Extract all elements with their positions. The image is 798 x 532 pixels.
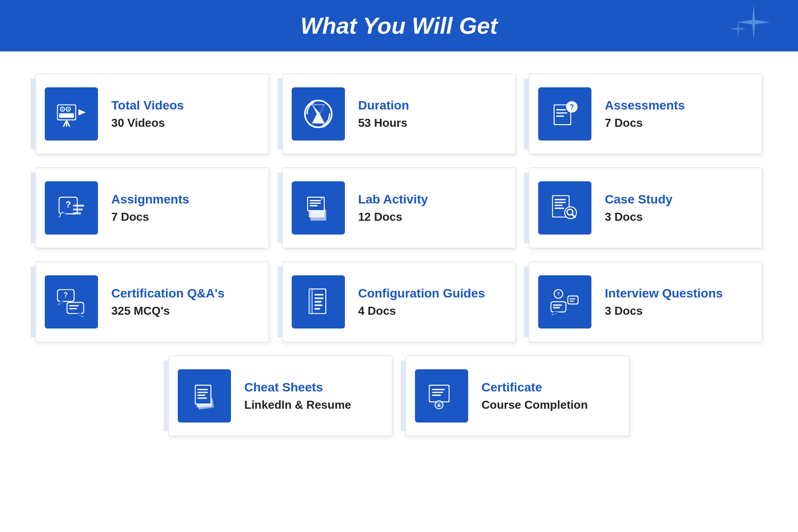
svg-rect-67 (314, 305, 322, 306)
certificate-icon (415, 369, 468, 422)
guides-icon (292, 275, 345, 329)
cheat-sheets-content: Cheat Sheets LinkedIn & Resume (244, 380, 351, 412)
svg-rect-65 (314, 297, 323, 299)
casestudy-icon (538, 181, 591, 235)
card-lab-activity: Lab Activity 12 Docs (282, 168, 516, 248)
svg-text:?: ? (570, 103, 574, 111)
card-assessments: ? Assessments 7 Docs (529, 74, 763, 154)
svg-rect-92 (432, 389, 445, 390)
video-icon (45, 87, 98, 141)
certification-qna-value: 325 MCQ's (111, 304, 225, 318)
page-title: What You Will Get (301, 13, 497, 39)
total-videos-value: 30 Videos (111, 116, 184, 130)
card-interview-questions: ? Interview Questions 3 Docs (529, 262, 763, 342)
bottom-grid: Cheat Sheets LinkedIn & Resume (0, 356, 798, 458)
assessment-icon: ? (538, 87, 591, 141)
case-study-value: 3 Docs (605, 210, 673, 224)
clock-icon (292, 87, 345, 141)
assessments-value: 7 Docs (605, 116, 685, 130)
svg-rect-19 (556, 112, 567, 113)
svg-rect-41 (555, 199, 566, 200)
svg-rect-35 (309, 200, 321, 201)
main-grid: Total Videos 30 Videos Dura (0, 51, 798, 356)
svg-rect-68 (314, 308, 320, 310)
interview-questions-title: Interview Questions (605, 286, 723, 301)
card-total-videos: Total Videos 30 Videos (35, 74, 269, 154)
certification-qna-title: Certification Q&A's (111, 286, 225, 301)
svg-rect-63 (309, 289, 312, 313)
case-study-content: Case Study 3 Docs (605, 192, 673, 224)
svg-rect-73 (552, 302, 566, 312)
svg-point-4 (62, 109, 63, 110)
card-duration: Duration 53 Hours (282, 74, 516, 154)
svg-rect-79 (568, 297, 578, 304)
svg-rect-80 (570, 298, 575, 299)
assignment-icon: ? (45, 181, 98, 235)
svg-rect-30 (73, 212, 81, 214)
cheat-sheets-title: Cheat Sheets (244, 380, 351, 395)
duration-content: Duration 53 Hours (358, 98, 409, 130)
configuration-guides-content: Configuration Guides 4 Docs (358, 286, 485, 318)
assignments-title: Assignments (111, 192, 189, 207)
svg-point-7 (67, 109, 69, 110)
svg-rect-37 (309, 205, 317, 207)
certification-qna-content: Certification Q&A's 325 MCQ's (111, 286, 225, 318)
configuration-guides-title: Configuration Guides (358, 286, 485, 301)
assessments-title: Assessments (605, 98, 685, 113)
card-cheat-sheets: Cheat Sheets LinkedIn & Resume (168, 356, 392, 436)
lab-activity-value: 12 Docs (358, 210, 428, 224)
svg-rect-18 (556, 109, 566, 110)
card-case-study: Case Study 3 Docs (529, 168, 763, 248)
svg-rect-57 (69, 308, 77, 309)
certificate-content: Certificate Course Completion (481, 380, 588, 412)
cheat-sheets-value: LinkedIn & Resume (244, 398, 351, 412)
svg-text:?: ? (63, 291, 68, 299)
svg-rect-42 (555, 202, 566, 203)
interview-questions-value: 3 Docs (605, 304, 723, 318)
svg-rect-74 (553, 305, 562, 306)
svg-rect-81 (570, 301, 574, 301)
lab-icon (292, 181, 345, 235)
assessments-content: Assessments 7 Docs (605, 98, 685, 130)
lab-activity-content: Lab Activity 12 Docs (358, 192, 428, 224)
interview-questions-content: Interview Questions 3 Docs (605, 286, 723, 318)
lab-activity-title: Lab Activity (358, 192, 428, 207)
svg-rect-56 (69, 305, 79, 306)
svg-rect-36 (309, 203, 321, 204)
svg-rect-66 (314, 301, 321, 303)
svg-rect-88 (197, 395, 205, 396)
svg-rect-28 (73, 205, 84, 207)
total-videos-content: Total Videos 30 Videos (111, 98, 184, 130)
card-assignments: ? Assignments 7 Docs (35, 168, 269, 248)
certificate-value: Course Completion (481, 398, 588, 412)
configuration-guides-value: 4 Docs (358, 304, 485, 318)
svg-marker-12 (78, 109, 86, 115)
svg-rect-87 (197, 392, 208, 393)
duration-title: Duration (358, 98, 409, 113)
svg-rect-75 (553, 307, 560, 309)
assignments-value: 7 Docs (111, 210, 189, 224)
svg-rect-55 (67, 303, 83, 313)
card-configuration-guides: Configuration Guides 4 Docs (282, 262, 516, 342)
duration-value: 53 Hours (358, 116, 409, 130)
certificate-title: Certificate (481, 380, 588, 395)
svg-rect-44 (555, 207, 564, 209)
case-study-title: Case Study (605, 192, 673, 207)
svg-rect-86 (197, 389, 208, 390)
interview-icon: ? (538, 275, 591, 329)
svg-rect-8 (59, 113, 74, 118)
svg-rect-93 (432, 392, 443, 393)
svg-rect-43 (555, 205, 563, 206)
star-decoration-small (727, 18, 749, 42)
svg-rect-29 (73, 208, 83, 210)
svg-rect-64 (314, 294, 323, 296)
svg-rect-20 (556, 116, 564, 117)
assignments-content: Assignments 7 Docs (111, 192, 189, 224)
svg-text:?: ? (557, 292, 560, 297)
svg-rect-89 (197, 398, 207, 399)
svg-rect-34 (308, 198, 324, 210)
qna-icon: ? (45, 275, 98, 329)
svg-rect-94 (432, 395, 441, 396)
card-certificate: Certificate Course Completion (406, 356, 630, 436)
svg-rect-91 (430, 386, 448, 401)
